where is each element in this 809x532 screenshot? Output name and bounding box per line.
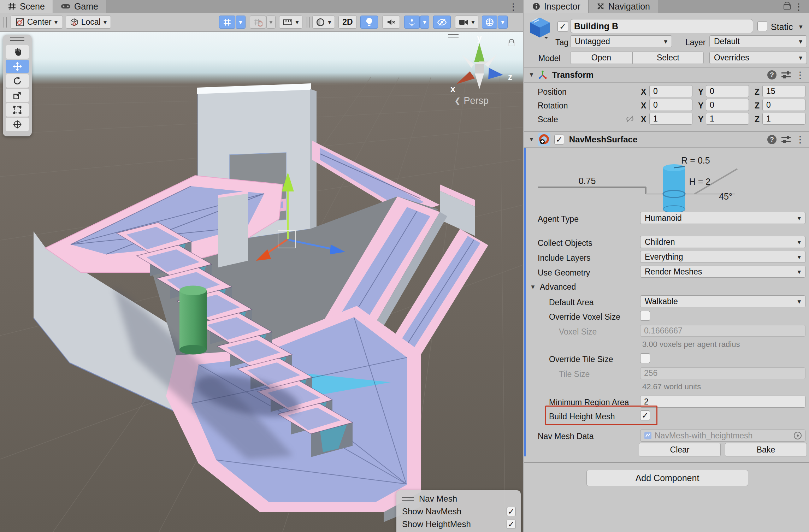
object-picker-icon[interactable]	[794, 432, 802, 439]
foldout-icon[interactable]: ▼	[528, 71, 535, 78]
prefab-cube-icon[interactable]	[528, 17, 551, 41]
transform-tool-button[interactable]	[6, 118, 29, 131]
component-menu-icon[interactable]: ⋮	[796, 134, 805, 145]
orientation-label: Local	[81, 17, 101, 27]
foldout-icon[interactable]: ▼	[528, 136, 535, 143]
advanced-foldout-icon[interactable]: ▼	[530, 284, 536, 291]
minimum-region-area-field[interactable]: 2	[640, 396, 805, 408]
inspector-lock-icon[interactable]	[784, 1, 791, 10]
rotation-x-field[interactable]: 0	[649, 99, 692, 111]
scale-y-field[interactable]: 1	[706, 113, 749, 125]
include-layers-dropdown[interactable]: Everything ▾	[640, 251, 805, 263]
gizmos-dropdown[interactable]: ▾	[498, 16, 508, 29]
override-tile-size-checkbox[interactable]	[640, 353, 650, 363]
static-checkbox[interactable]	[757, 21, 767, 31]
position-y-field[interactable]: 0	[706, 85, 749, 97]
effects-toggle-button[interactable]	[404, 16, 420, 29]
scale-z-field[interactable]: 1	[762, 113, 805, 125]
camera-settings-button[interactable]: ▾	[455, 16, 478, 29]
nav-mesh-data-field[interactable]: NavMesh-with_heightmesh	[640, 430, 805, 442]
rect-tool-button[interactable]	[6, 103, 29, 117]
tab-navigation[interactable]: Navigation	[589, 0, 658, 13]
inspector-menu-icon[interactable]: ⋮	[794, 1, 803, 12]
gameobject-name-field[interactable]: Building B	[570, 19, 753, 33]
lighting-toggle-button[interactable]	[360, 16, 378, 29]
navmesh-overlay-header[interactable]: Nav Mesh	[402, 494, 516, 504]
hidden-objects-button[interactable]	[433, 16, 451, 29]
help-icon[interactable]: ?	[767, 135, 776, 144]
scale-x-field[interactable]: 1	[649, 113, 692, 125]
clear-button[interactable]: Clear	[639, 443, 721, 456]
move-tool-button[interactable]	[6, 60, 29, 73]
component-menu-icon[interactable]: ⋮	[796, 70, 805, 81]
show-navmesh-checkbox[interactable]: ✓	[507, 507, 516, 516]
x-axis-cone[interactable]	[456, 71, 475, 84]
y-axis-cone[interactable]	[474, 43, 485, 62]
scene-tabbar: Scene Game ⋮	[0, 0, 523, 13]
axis-cone-negative[interactable]	[462, 55, 474, 68]
model-select-button[interactable]: Select	[632, 52, 704, 64]
overrides-dropdown[interactable]: Overrides ▾	[709, 52, 807, 64]
add-component-button[interactable]: Add Component	[586, 470, 748, 486]
scene-viewport[interactable]	[0, 32, 523, 532]
tab-scene[interactable]: Scene	[0, 0, 53, 13]
overlay-drag-handle[interactable]	[402, 497, 414, 501]
rotation-y-field[interactable]: 0	[706, 99, 749, 111]
effects-dropdown[interactable]: ▾	[420, 16, 429, 29]
projection-toggle[interactable]: ❮ Persp	[454, 95, 489, 106]
grid-visibility-dropdown[interactable]: ▾	[236, 16, 246, 29]
draw-mode-button[interactable]: ▾	[312, 16, 335, 29]
gizmo-lock-icon[interactable]	[508, 39, 515, 46]
show-heightmesh-checkbox[interactable]: ✓	[507, 520, 516, 529]
voxel-size-field: 0.1666667	[640, 325, 805, 337]
pivot-mode-button[interactable]: Center ▾	[11, 16, 63, 29]
tab-game[interactable]: Game	[53, 0, 106, 13]
rotation-label: Rotation	[538, 101, 568, 111]
overlay-drag-handle[interactable]	[10, 37, 24, 41]
tag-dropdown[interactable]: Untagged ▾	[570, 35, 672, 47]
gizmos-toggle-button[interactable]	[482, 16, 497, 29]
rotate-tool-button[interactable]	[6, 74, 29, 88]
persp-arrow-icon: ❮	[454, 96, 461, 106]
model-open-button[interactable]: Open	[570, 52, 632, 64]
rotation-z-field[interactable]: 0	[762, 99, 805, 111]
axis-cone-negative[interactable]	[475, 73, 484, 89]
toggle-2d-button[interactable]: 2D	[338, 16, 357, 29]
default-area-dropdown[interactable]: Walkable ▾	[640, 295, 805, 307]
static-dropdown-icon[interactable]: ▾	[799, 23, 803, 30]
position-x-value: 0	[653, 87, 658, 96]
grid-visibility-button[interactable]	[219, 16, 235, 29]
toolbar-grip[interactable]	[4, 17, 7, 28]
snap-toggle-button[interactable]	[250, 16, 266, 29]
tools-overlay	[3, 35, 32, 136]
presets-icon[interactable]	[781, 71, 791, 79]
position-z-field[interactable]: 15	[762, 85, 805, 97]
snap-dropdown[interactable]: ▾	[266, 16, 276, 29]
component-enabled-checkbox[interactable]: ✓	[554, 135, 564, 144]
use-geometry-dropdown[interactable]: Render Meshes ▾	[640, 266, 805, 278]
agent-type-dropdown[interactable]: Humanoid ▾	[640, 212, 805, 224]
active-checkbox[interactable]: ✓	[557, 21, 568, 32]
axis-cone-negative[interactable]	[485, 54, 497, 67]
build-height-mesh-checkbox[interactable]: ✓	[640, 410, 650, 420]
layer-dropdown[interactable]: Default ▾	[709, 35, 807, 47]
scene-tab-menu-icon[interactable]: ⋮	[509, 1, 518, 12]
override-voxel-size-checkbox[interactable]	[640, 311, 650, 321]
toolbar-grip[interactable]	[307, 17, 310, 28]
tab-inspector[interactable]: Inspector	[524, 0, 589, 13]
bake-button[interactable]: Bake	[725, 443, 807, 456]
gizmo-cube[interactable]	[475, 64, 484, 73]
audio-toggle-button[interactable]	[382, 16, 400, 29]
navmeshsurface-header[interactable]: ▼ ✓ NavMeshSurface ? ⋮	[524, 131, 809, 148]
scale-tool-button[interactable]	[6, 89, 29, 102]
orientation-button[interactable]: Local ▾	[66, 16, 111, 29]
position-x-field[interactable]: 0	[649, 85, 692, 97]
view-tool-button[interactable]	[6, 45, 29, 59]
snap-increment-button[interactable]: ▾	[279, 16, 302, 29]
help-icon[interactable]: ?	[767, 70, 776, 79]
z-axis-cone[interactable]	[488, 68, 503, 79]
link-broken-icon[interactable]	[625, 114, 634, 124]
collect-objects-dropdown[interactable]: Children ▾	[640, 236, 805, 248]
presets-icon[interactable]	[781, 136, 791, 143]
transform-header[interactable]: ▼ Transform ? ⋮	[524, 67, 809, 83]
